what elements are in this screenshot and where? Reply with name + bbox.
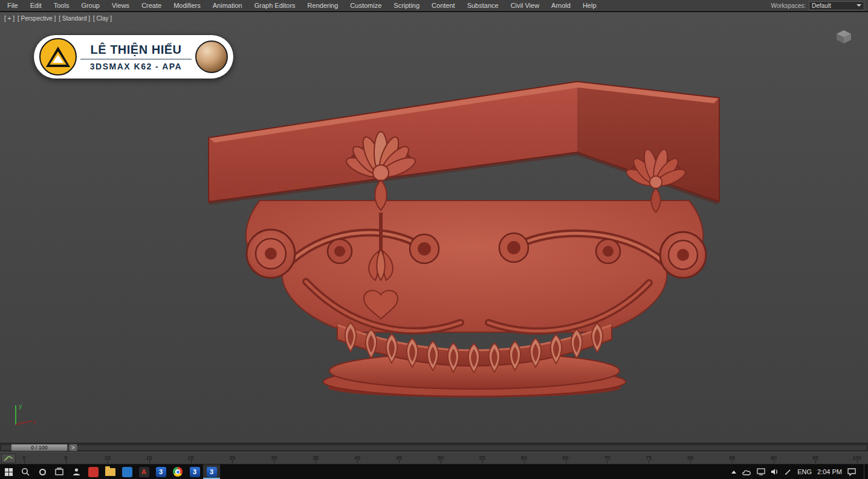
viewport-label: [ + ] [ Perspective ] [ Standard ] [ Cla… bbox=[4, 15, 112, 22]
timeline-tick: 45 bbox=[394, 452, 404, 464]
menu-rendering[interactable]: Rendering bbox=[302, 0, 345, 11]
viewport-general-menu[interactable]: [ + ] bbox=[4, 15, 15, 22]
tray-pen[interactable] bbox=[785, 468, 792, 475]
taskbar-app-chrome[interactable] bbox=[169, 465, 186, 479]
cloud-icon bbox=[742, 469, 751, 475]
start-button[interactable] bbox=[0, 465, 17, 479]
3dsmax-icon: 3 bbox=[156, 467, 166, 477]
tray-overflow-button[interactable] bbox=[731, 471, 736, 474]
perspective-viewport[interactable]: [ + ] [ Perspective ] [ Standard ] [ Cla… bbox=[0, 12, 868, 443]
timeline-tick: 10 bbox=[103, 452, 112, 464]
menu-views[interactable]: Views bbox=[106, 0, 135, 11]
mini-curve-editor-button[interactable] bbox=[1, 454, 16, 463]
triangle-logo-icon bbox=[39, 38, 77, 76]
chevron-down-icon bbox=[857, 4, 861, 7]
menu-graph-editors[interactable]: Graph Editors bbox=[248, 0, 302, 11]
timeline-tick: 25 bbox=[227, 452, 237, 464]
taskbar-app-acrobat[interactable]: A bbox=[135, 465, 152, 479]
watermark-title: LÊ THIỆN HIẾU bbox=[80, 43, 192, 60]
axis-x-label: x bbox=[33, 418, 36, 425]
chevron-up-icon bbox=[731, 471, 736, 474]
tray-onedrive[interactable] bbox=[742, 469, 751, 475]
viewcube-icon[interactable] bbox=[834, 29, 853, 45]
model-column-capital[interactable] bbox=[199, 72, 731, 405]
workspaces-label: Workspaces: bbox=[771, 2, 806, 9]
menu-scripting[interactable]: Scripting bbox=[387, 0, 426, 11]
menu-modifiers[interactable]: Modifiers bbox=[167, 0, 207, 11]
timeline-tick: 15 bbox=[144, 452, 154, 464]
task-view-button[interactable] bbox=[51, 465, 68, 479]
taskbar-app-3dsmax-2[interactable]: 3 bbox=[186, 465, 203, 479]
menu-content[interactable]: Content bbox=[426, 0, 461, 11]
timeline-tick: 40 bbox=[352, 452, 362, 464]
tray-display[interactable] bbox=[757, 468, 765, 475]
pen-icon bbox=[785, 468, 792, 475]
red-app-icon bbox=[88, 467, 99, 477]
photos-icon bbox=[122, 467, 132, 477]
viewport-pov-menu[interactable]: [ Perspective ] bbox=[18, 15, 56, 22]
watermark-subtitle: 3DSMAX K62 - APA bbox=[80, 62, 192, 71]
windows-taskbar: A 3 3 3 bbox=[0, 465, 868, 479]
taskbar-app-3dsmax-1[interactable]: 3 bbox=[152, 465, 169, 479]
timeline-tick: 70 bbox=[602, 452, 612, 464]
timeline-tick: 100 bbox=[852, 452, 862, 464]
time-next-frame-button[interactable]: > bbox=[69, 444, 77, 451]
tray-volume[interactable] bbox=[771, 468, 779, 475]
timeline-tick: 35 bbox=[311, 452, 320, 464]
task-view-icon bbox=[55, 468, 63, 476]
system-tray: ENG 2:04 PM bbox=[731, 465, 868, 479]
taskbar-app-red[interactable] bbox=[85, 465, 102, 479]
tray-clock[interactable]: 2:04 PM bbox=[817, 468, 842, 475]
watermark-text: LÊ THIỆN HIẾU 3DSMAX K62 - APA bbox=[80, 43, 192, 71]
speaker-icon bbox=[771, 468, 779, 475]
menu-help[interactable]: Help bbox=[577, 0, 603, 11]
acrobat-icon: A bbox=[139, 467, 149, 477]
menu-bar: File Edit Tools Group Views Create Modif… bbox=[0, 0, 868, 11]
menu-tools[interactable]: Tools bbox=[48, 0, 76, 11]
cortana-button[interactable] bbox=[34, 465, 51, 479]
search-button[interactable] bbox=[17, 465, 34, 479]
time-slider-handle[interactable]: 0 / 100 bbox=[11, 444, 68, 451]
taskbar-app-photos[interactable] bbox=[118, 465, 135, 479]
menu-group[interactable]: Group bbox=[75, 0, 106, 11]
menu-customize[interactable]: Customize bbox=[344, 0, 387, 11]
taskbar-app-people[interactable] bbox=[68, 465, 85, 479]
menu-civil-view[interactable]: Civil View bbox=[505, 0, 545, 11]
model-bell bbox=[246, 201, 703, 332]
menu-arnold[interactable]: Arnold bbox=[545, 0, 577, 11]
timeline-ruler[interactable]: 0 5 10 15 20 25 30 35 40 45 50 55 60 65 … bbox=[19, 452, 862, 464]
timeline-tick: 95 bbox=[811, 452, 820, 464]
viewport-standard-menu[interactable]: [ Standard ] bbox=[59, 15, 90, 22]
timeline-tick: 50 bbox=[436, 452, 445, 464]
timeline-tick: 30 bbox=[269, 452, 279, 464]
workspaces-area: Workspaces: Default bbox=[771, 1, 868, 10]
timeline-tick: 60 bbox=[519, 452, 529, 464]
track-bar: 0 5 10 15 20 25 30 35 40 45 50 55 60 65 … bbox=[0, 452, 868, 465]
folder-icon bbox=[105, 468, 115, 476]
taskbar-app-explorer[interactable] bbox=[102, 465, 118, 479]
menu-file[interactable]: File bbox=[1, 0, 24, 11]
3dsmax-icon: 3 bbox=[207, 467, 217, 477]
taskbar-app-3dsmax-active[interactable]: 3 bbox=[203, 465, 220, 479]
workspaces-dropdown[interactable]: Default bbox=[809, 1, 864, 10]
menu-edit[interactable]: Edit bbox=[24, 0, 48, 11]
axis-y-label: y bbox=[19, 402, 22, 410]
notification-icon bbox=[847, 468, 856, 476]
viewport-shading-menu[interactable]: [ Clay ] bbox=[93, 15, 112, 22]
monitor-icon bbox=[757, 468, 765, 475]
menu-animation[interactable]: Animation bbox=[207, 0, 248, 11]
windows-logo-icon bbox=[5, 468, 13, 476]
model-container bbox=[199, 72, 731, 407]
3dsmax-icon: 3 bbox=[190, 467, 200, 477]
timeline-tick: 85 bbox=[727, 452, 737, 464]
menu-create[interactable]: Create bbox=[135, 0, 167, 11]
tray-language[interactable]: ENG bbox=[797, 468, 812, 475]
timeline-tick: 0 bbox=[19, 452, 29, 464]
notification-center-button[interactable] bbox=[847, 468, 856, 476]
workspaces-value: Default bbox=[812, 2, 831, 9]
time-slider-track[interactable] bbox=[1, 445, 867, 451]
world-axis-gizmo: y x bbox=[10, 400, 37, 427]
menu-substance[interactable]: Substance bbox=[461, 0, 505, 11]
show-desktop-button[interactable] bbox=[864, 465, 867, 479]
people-icon bbox=[72, 468, 81, 476]
